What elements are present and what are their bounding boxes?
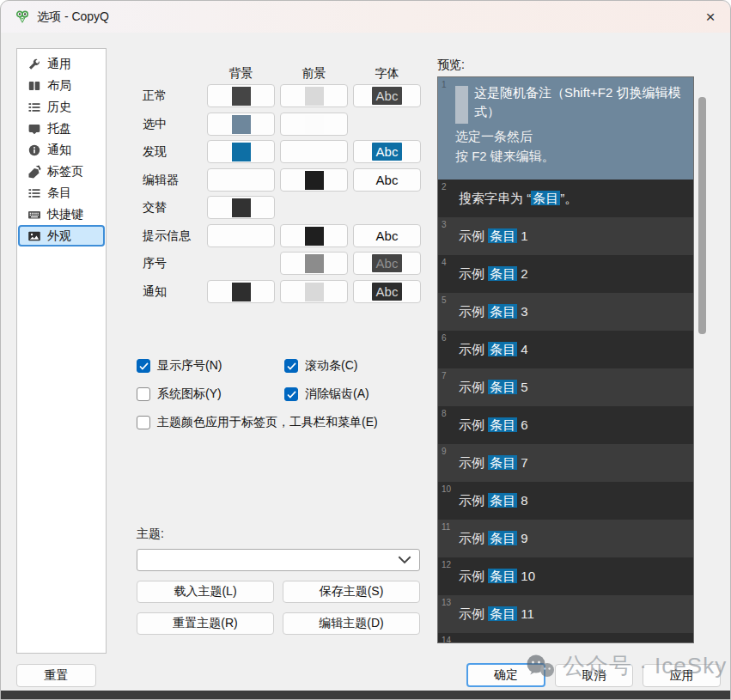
preview-item[interactable]: 10 示例 条目 8	[438, 482, 693, 520]
search-match-highlight: 条目	[488, 493, 517, 508]
load-theme-button[interactable]: 载入主题(L)	[137, 581, 274, 603]
notification-font-button[interactable]: Abc	[353, 280, 421, 303]
normal-font-button[interactable]: Abc	[353, 84, 421, 107]
preview-label: 预览:	[437, 58, 465, 73]
list-icon	[27, 100, 41, 114]
found-foreground-button[interactable]	[280, 140, 348, 163]
sidebar-item-tabs[interactable]: 标签页	[18, 161, 105, 182]
font-sample: Abc	[372, 143, 403, 161]
row-number: 6	[442, 333, 447, 343]
preview-item[interactable]: 9 示例 条目 7	[438, 444, 693, 482]
theme-label: 主题:	[137, 527, 164, 542]
sidebar-item-history[interactable]: 历史	[18, 96, 105, 118]
search-match-highlight: 条目	[488, 266, 517, 281]
checkbox-box[interactable]	[284, 387, 298, 401]
font-sample: Abc	[372, 171, 403, 189]
scrollbar-thumb[interactable]	[698, 97, 706, 334]
preview-item[interactable]: 4 示例 条目 2	[438, 255, 693, 293]
color-swatch	[232, 143, 251, 161]
sidebar-item-general[interactable]: 通用	[18, 53, 105, 75]
tooltip-font-button[interactable]: Abc	[353, 224, 421, 247]
preview-item[interactable]: 6 示例 条目 4	[438, 331, 693, 368]
preview-item[interactable]: 7 示例 条目 5	[438, 368, 693, 406]
checkbox-box[interactable]	[137, 359, 150, 373]
reset-theme-button[interactable]: 重置主题(R)	[137, 612, 274, 635]
color-swatch	[232, 87, 251, 106]
preview-item[interactable]: 12 示例 条目 10	[438, 557, 693, 595]
theme-combobox[interactable]	[137, 549, 420, 571]
color-swatch	[305, 227, 324, 246]
checkbox-scrollbars[interactable]: 滚动条(C)	[284, 358, 357, 374]
sidebar-item-tray[interactable]: 托盘	[18, 118, 105, 139]
row-number: 3	[442, 220, 447, 229]
reset-button[interactable]: 重置	[16, 664, 96, 687]
sidebar-item-shortcuts[interactable]: 快捷键	[18, 204, 105, 225]
color-row-selected: 选中	[137, 113, 421, 136]
sidebar-item-items[interactable]: 条目	[18, 182, 105, 204]
row-label: 通知	[143, 280, 167, 303]
save-theme-button[interactable]: 保存主题(S)	[283, 581, 420, 603]
search-match-highlight: 条目	[488, 228, 517, 243]
checkbox-label: 消除锯齿(A)	[305, 387, 369, 402]
options-dialog: 选项 - CopyQ × 通用 布局 历史 托盘 通知 标签页	[0, 0, 731, 700]
checkbox-box[interactable]	[137, 387, 150, 401]
alternate-background-button[interactable]	[207, 196, 275, 219]
checkbox-system-icons[interactable]: 系统图标(Y)	[137, 387, 222, 402]
color-swatch	[305, 143, 324, 161]
search-match-highlight: 条目	[488, 417, 517, 432]
preview-item[interactable]: 5 示例 条目 3	[438, 293, 693, 331]
checkbox-box[interactable]	[284, 359, 298, 373]
found-font-button[interactable]: Abc	[353, 140, 421, 163]
close-button[interactable]: ×	[691, 1, 730, 33]
tooltip-foreground-button[interactable]	[280, 224, 348, 247]
window-title: 选项 - CopyQ	[37, 9, 109, 25]
number-foreground-button[interactable]	[280, 252, 348, 275]
notification-background-button[interactable]	[207, 280, 275, 303]
editor-font-button[interactable]: Abc	[353, 168, 421, 192]
selected-background-button[interactable]	[207, 113, 275, 136]
checkbox-show-row-numbers[interactable]: 显示序号(N)	[137, 358, 222, 374]
item-text: 示例 条目 7	[459, 455, 528, 472]
preview-list: 1 这是随机备注（Shift+F2 切换编辑模式） 选定一条然后 按 F2 键来…	[437, 76, 694, 643]
sidebar-item-layout[interactable]: 布局	[18, 75, 105, 96]
preview-item[interactable]: 13 示例 条目 11	[438, 595, 693, 633]
note-indicator-bar	[455, 86, 468, 124]
sidebar-item-notifications[interactable]: 通知	[18, 139, 105, 161]
color-row-number: 序号 Abc	[137, 252, 421, 275]
hint-text: 选定一条然后 按 F2 键来编辑。	[455, 126, 555, 166]
color-swatch	[305, 87, 324, 106]
apply-button[interactable]: 应用	[643, 664, 721, 687]
found-background-button[interactable]	[207, 140, 275, 163]
notification-foreground-button[interactable]	[280, 280, 348, 303]
editor-foreground-button[interactable]	[280, 168, 348, 192]
selected-foreground-button[interactable]	[280, 113, 348, 136]
checkbox-antialias[interactable]: 消除锯齿(A)	[284, 387, 369, 402]
preview-scrollbar[interactable]	[698, 76, 706, 643]
tooltip-background-button[interactable]	[207, 224, 275, 247]
font-sample: Abc	[372, 227, 403, 245]
cancel-button[interactable]: 取消	[555, 664, 633, 687]
ok-button[interactable]: 确定	[466, 663, 545, 687]
sidebar-item-label: 快捷键	[47, 207, 83, 222]
checkbox-box[interactable]	[137, 416, 150, 429]
sidebar-item-label: 历史	[47, 100, 71, 115]
wrench-icon	[27, 57, 41, 71]
item-text: 示例 条目 8	[459, 493, 528, 509]
info-icon	[27, 143, 41, 157]
item-text: 示例 条目 5	[459, 380, 528, 396]
preview-item-selected[interactable]: 1 这是随机备注（Shift+F2 切换编辑模式） 选定一条然后 按 F2 键来…	[438, 77, 693, 180]
preview-item[interactable]: 8 示例 条目 6	[438, 406, 693, 444]
preview-item[interactable]: 3 示例 条目 1	[438, 217, 693, 255]
normal-background-button[interactable]	[207, 84, 275, 107]
preview-item[interactable]: 11 示例 条目 9	[438, 520, 693, 557]
preview-item[interactable]: 2 搜索字串为 “条目”。	[438, 180, 693, 217]
keyboard-icon	[27, 207, 41, 222]
preview-item[interactable]: 14 示例 条目 12	[438, 633, 693, 643]
editor-background-button[interactable]	[207, 168, 275, 192]
normal-foreground-button[interactable]	[280, 84, 348, 107]
font-sample: Abc	[372, 87, 403, 105]
sidebar-item-appearance[interactable]: 外观	[18, 225, 105, 247]
checkbox-theme-colors-everywhere[interactable]: 主题颜色应用于标签页，工具栏和菜单(E)	[137, 415, 378, 430]
number-font-button[interactable]: Abc	[353, 252, 421, 275]
edit-theme-button[interactable]: 编辑主题(D)	[283, 612, 420, 635]
